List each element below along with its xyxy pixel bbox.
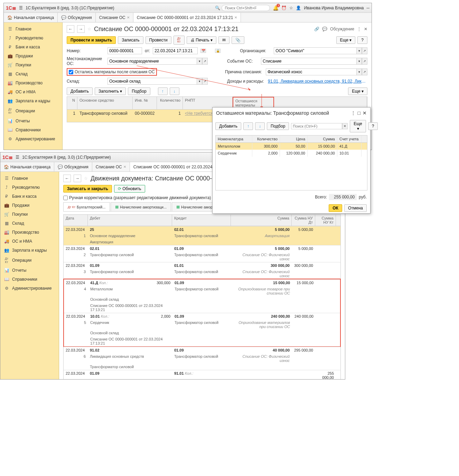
movement-row[interactable]: 22.03.2024 91.02 01.09 40 000,00 295 000…	[64, 347, 340, 353]
cancel-button[interactable]: Отмена	[344, 204, 367, 212]
tab-discuss[interactable]: 💬Обсуждения	[58, 13, 96, 22]
sidebar-item-warehouse[interactable]: ▦Склад	[4, 69, 62, 78]
sidebar-item-main[interactable]: ☰Главное	[0, 174, 59, 183]
sidebar-item-assets[interactable]: 🚚ОС и НМА	[4, 87, 62, 96]
add-button[interactable]: Добавить	[67, 87, 93, 95]
date-input[interactable]	[153, 47, 198, 54]
clear-icon[interactable]: ✕	[342, 123, 348, 129]
tab-home[interactable]: 🏠Начальная страница	[0, 162, 54, 171]
tab-document[interactable]: Списание ОС 0000-000001 от 22.03.2024 17…	[130, 162, 220, 171]
movement-row[interactable]: 22.03.2024 41.Д Кол.:300,000 01.09 15 00…	[64, 279, 340, 286]
sidebar-item-manager[interactable]: ⤴Руководителю	[0, 183, 59, 192]
movement-row[interactable]: 22.03.2024 01.09 01.01 300 000,00 300 00…	[64, 262, 340, 269]
menu-icon[interactable]: ☰	[19, 6, 23, 10]
open-icon[interactable]: ↗	[202, 58, 208, 65]
pick-button[interactable]: Подбор	[128, 87, 150, 95]
movement-row[interactable]: 22.03.2024 25 02.01 5 000,00 5 000,00	[64, 226, 340, 233]
tab-disposal[interactable]: Списание ОС✕	[96, 13, 133, 22]
envelope-button[interactable]: ✉	[218, 36, 230, 44]
sidebar-item-main[interactable]: ☰Главное	[4, 25, 62, 34]
sidebar-item-admin[interactable]: ⚙Администрирование	[0, 284, 59, 293]
ok-button[interactable]: ОК	[329, 204, 342, 212]
popup-help-button[interactable]: ?	[368, 122, 378, 130]
forward-button[interactable]: →	[77, 25, 85, 33]
sidebar-item-operations[interactable]: ДтКтОперации	[0, 255, 59, 266]
open-icon[interactable]: ↗	[362, 47, 367, 54]
materials-row[interactable]: Сердечник 2,000 120 000,00 240 000,00 10…	[216, 150, 367, 157]
lock-icon[interactable]: 🔒	[215, 49, 221, 53]
num-input[interactable]	[107, 47, 142, 54]
sidebar-item-bank[interactable]: ₽Банк и касса	[4, 43, 62, 52]
popup-pick-button[interactable]: Подбор	[267, 122, 289, 130]
dropdown-icon[interactable]: ▾	[356, 68, 362, 75]
movement-row[interactable]: 22.03.2024 01.09 91.01 Кол.: 255 000,00	[64, 370, 340, 379]
refresh-button[interactable]: ⟳ Обновить	[114, 185, 145, 193]
tab-depreciation1[interactable]: ▦Начисление амортизаци...	[111, 202, 171, 211]
materials-row[interactable]: Металлолом 300,000 50,00 15 000,00 41.Д	[216, 143, 367, 150]
manual-checkbox[interactable]	[63, 196, 68, 200]
event-input[interactable]	[261, 58, 356, 65]
org-input[interactable]	[274, 47, 356, 54]
dropdown-icon[interactable]: ▾	[197, 58, 202, 65]
user-icon[interactable]: 👤	[296, 6, 301, 10]
move-down-button[interactable]: ↓	[170, 87, 179, 95]
close-icon[interactable]: ✕	[127, 16, 130, 19]
move-down-button[interactable]: ↓	[255, 122, 265, 130]
back-button[interactable]: ←	[67, 25, 74, 33]
sidebar-item-purchases[interactable]: 🛒Покупки	[4, 60, 62, 69]
materials-checkbox[interactable]	[69, 70, 73, 74]
loc-input[interactable]	[107, 58, 197, 65]
tab-discuss[interactable]: 💬Обсуждения	[54, 162, 92, 171]
dropdown-icon[interactable]: ▾	[356, 58, 362, 65]
reason-input[interactable]	[266, 68, 356, 75]
more-icon[interactable]: ⋮	[351, 110, 356, 116]
tab-disposal[interactable]: Списание ОС✕	[92, 162, 130, 171]
sidebar-item-sales[interactable]: 💼Продажи	[4, 52, 62, 60]
open-icon[interactable]: ↗	[362, 58, 367, 65]
sidebar-item-reports[interactable]: 📊Отчеты	[4, 116, 62, 125]
tab-accounting[interactable]: Дт КтБухгалтерский...	[63, 202, 110, 211]
save-close-button[interactable]: Записать и закрыть	[63, 185, 112, 193]
sidebar-item-assets[interactable]: 🚚ОС и НМА	[0, 237, 59, 246]
popup-search-input[interactable]	[291, 123, 342, 129]
close-icon[interactable]: ✕	[363, 110, 367, 116]
tab-home[interactable]: 🏠Начальная страница	[4, 13, 58, 22]
tab-document[interactable]: Списание ОС 0000-000001 от 22.03.2024 17…	[133, 13, 241, 22]
income-link[interactable]: 91.01, Ликвидация основных средств, 91.0…	[268, 79, 367, 84]
dtkt-button[interactable]: ДтКт	[174, 36, 185, 45]
movement-row[interactable]: 22.03.2024 10.01 Кол.:2,000 01.09 240 00…	[64, 313, 340, 319]
sidebar-item-salary[interactable]: 👥Зарплата и кадры	[4, 96, 62, 105]
search-input[interactable]	[222, 5, 270, 11]
sidebar-item-catalogs[interactable]: 📖Справочники	[4, 125, 62, 134]
favorite-icon[interactable]: ☆	[84, 176, 88, 181]
sidebar-item-catalogs[interactable]: 📖Справочники	[0, 275, 59, 284]
sidebar-item-manager[interactable]: ⤴Руководителю	[4, 34, 62, 43]
discuss-label[interactable]: Обсуждение	[330, 27, 354, 31]
more-button[interactable]: Еще ▾	[336, 36, 356, 44]
sidebar-item-reports[interactable]: 📊Отчеты	[0, 266, 59, 275]
popup-add-button[interactable]: Добавить	[215, 122, 241, 130]
link-icon[interactable]: 🔗	[314, 27, 319, 31]
fill-button[interactable]: Заполнить ▾	[95, 87, 126, 95]
forward-button[interactable]: →	[74, 175, 81, 182]
bell-icon[interactable]: 🔔1	[273, 5, 279, 11]
print-button[interactable]: 🖨 Печать ▾	[187, 36, 216, 44]
more-button[interactable]: Еще ▾	[348, 87, 367, 95]
menu-icon[interactable]: ☰	[16, 155, 19, 160]
close-icon[interactable]: ✕	[234, 16, 237, 19]
discuss-icon[interactable]: 💬	[322, 27, 327, 31]
favorite-icon[interactable]: ☆	[87, 27, 91, 31]
help-button[interactable]: ?	[357, 36, 367, 44]
sidebar-item-purchases[interactable]: 🛒Покупки	[0, 210, 59, 219]
star-icon[interactable]: ☆	[289, 6, 293, 10]
sidebar-item-production[interactable]: 🏭Производство	[4, 78, 62, 87]
attach-button[interactable]: 📎	[232, 36, 244, 44]
movement-row[interactable]: 22.03.2024 02.01 01.09 5 000,00 5 000,00	[64, 245, 340, 252]
more-icon[interactable]: ⋮	[357, 27, 361, 31]
move-up-button[interactable]: ↑	[158, 87, 168, 95]
store-input[interactable]	[107, 78, 197, 85]
open-icon[interactable]: ↗	[202, 78, 208, 85]
sidebar-item-bank[interactable]: ₽Банк и касса	[0, 192, 59, 201]
minimize-icon[interactable]: ─	[366, 6, 369, 10]
sidebar-item-salary[interactable]: 👥Зарплата и кадры	[0, 246, 59, 255]
